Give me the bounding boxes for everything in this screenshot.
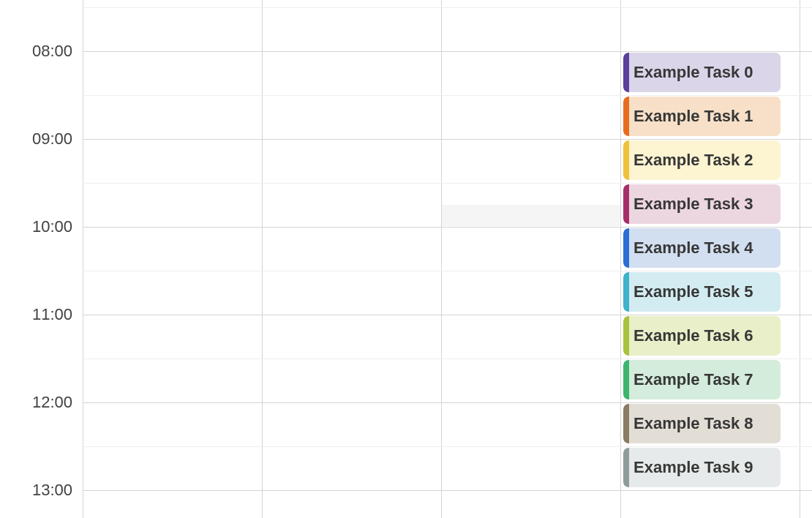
task-accent-bar	[623, 97, 629, 136]
task-block[interactable]: Example Task 2	[623, 140, 781, 180]
time-gutter: 08:00 09:00 10:00 11:00 12:00 13:00	[0, 0, 83, 518]
day-column[interactable]	[262, 0, 441, 518]
task-label: Example Task 3	[634, 195, 753, 214]
task-accent-bar	[623, 448, 629, 487]
time-label: 12:00	[32, 393, 72, 412]
task-block[interactable]: Example Task 1	[623, 97, 781, 136]
task-block[interactable]: Example Task 9	[623, 448, 781, 487]
hour-line	[83, 402, 812, 403]
half-hour-line	[83, 359, 812, 359]
day-column[interactable]	[441, 0, 620, 518]
task-label: Example Task 7	[634, 370, 753, 389]
task-accent-bar	[623, 272, 629, 312]
hour-line	[83, 315, 812, 315]
time-label: 10:00	[32, 217, 72, 236]
task-label: Example Task 1	[634, 107, 753, 126]
half-hour-line	[83, 7, 812, 8]
task-accent-bar	[623, 360, 629, 399]
task-label: Example Task 0	[634, 63, 753, 82]
time-label: 11:00	[32, 305, 72, 324]
time-label: 13:00	[32, 481, 72, 500]
task-block[interactable]: Example Task 7	[623, 360, 781, 399]
task-accent-bar	[623, 184, 629, 224]
half-hour-line	[83, 446, 812, 447]
task-label: Example Task 8	[634, 414, 753, 433]
task-accent-bar	[623, 53, 629, 92]
task-label: Example Task 9	[634, 458, 753, 477]
hour-line	[83, 227, 812, 228]
calendar-week-view: 08:00 09:00 10:00 11:00 12:00 13:00 Exam…	[0, 0, 812, 518]
day-column[interactable]	[83, 0, 262, 518]
task-block[interactable]: Example Task 3	[623, 184, 781, 224]
hour-line	[83, 139, 812, 140]
task-label: Example Task 6	[634, 326, 753, 345]
half-hour-line	[83, 271, 812, 271]
task-block[interactable]: Example Task 5	[623, 272, 781, 312]
task-label: Example Task 5	[634, 282, 753, 301]
task-accent-bar	[623, 316, 629, 356]
task-label: Example Task 4	[634, 239, 753, 258]
hour-line	[83, 51, 812, 52]
task-block[interactable]: Example Task 8	[623, 404, 781, 443]
day-column[interactable]	[800, 0, 812, 518]
task-accent-bar	[623, 404, 629, 443]
task-block[interactable]: Example Task 4	[623, 228, 781, 268]
task-block[interactable]: Example Task 6	[623, 316, 781, 356]
half-hour-line	[83, 183, 812, 184]
task-accent-bar	[623, 140, 629, 180]
time-label: 09:00	[32, 130, 72, 149]
task-block[interactable]: Example Task 0	[623, 53, 781, 92]
task-label: Example Task 2	[634, 151, 753, 170]
time-label: 08:00	[32, 42, 72, 61]
half-hour-line	[83, 95, 812, 96]
hour-line	[83, 490, 812, 491]
task-accent-bar	[623, 228, 629, 268]
